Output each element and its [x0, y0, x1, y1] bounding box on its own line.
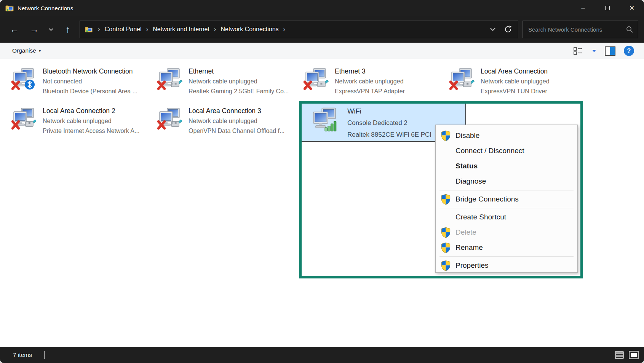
network-connections-app-icon: [5, 4, 14, 12]
connection-device: Realtek 8852CE WiFi 6E PCI: [347, 129, 431, 141]
context-menu-item[interactable]: Bridge Connections: [436, 192, 577, 207]
help-question-icon: ?: [627, 48, 631, 54]
selection-edge-line: [465, 104, 466, 125]
uac-shield-icon: [441, 260, 451, 271]
window-title: Network Connections: [18, 5, 73, 11]
network-adapter-icon: [449, 68, 475, 91]
context-menu-item[interactable]: Create Shortcut: [436, 209, 577, 225]
close-button[interactable]: ✕: [620, 0, 644, 16]
caret-down-icon: ▾: [39, 49, 41, 53]
view-options-caret-icon[interactable]: [592, 50, 596, 53]
context-menu-item[interactable]: Diagnose: [436, 174, 577, 189]
network-connections-window: Network Connections – ✕ ← → ↑ › Control: [0, 0, 644, 363]
connection-status: Network cable unplugged: [481, 77, 550, 86]
network-adapter-icon: [11, 107, 37, 130]
address-dropdown-chevron-icon[interactable]: [490, 27, 496, 31]
context-menu-item-label: Properties: [455, 261, 489, 270]
network-adapter-icon: [157, 68, 182, 91]
breadcrumb-chevron-icon: ›: [211, 26, 219, 33]
ethernet-plug-icon: [171, 120, 182, 126]
connection-tile[interactable]: Bluetooth Network Connection Not connect…: [11, 66, 153, 104]
breadcrumb-chevron-icon: ›: [95, 26, 103, 33]
breadcrumb-network-connections[interactable]: Network Connections: [221, 26, 279, 33]
address-bar[interactable]: › Control Panel › Network and Internet ›…: [80, 21, 518, 38]
context-menu-item-label: Delete: [455, 228, 476, 237]
context-menu-item[interactable]: Rename: [436, 240, 577, 255]
connection-status: Not connected: [43, 77, 137, 86]
status-bar: 7 items: [0, 347, 644, 363]
organise-label: Organise: [12, 47, 36, 54]
details-view-icon[interactable]: [614, 351, 624, 359]
ethernet-plug-icon: [318, 80, 329, 87]
help-button[interactable]: ?: [624, 46, 634, 56]
context-menu-item[interactable]: Connect / Disconnect: [436, 143, 577, 158]
connection-name: Local Area Connection: [481, 66, 550, 77]
connection-tile[interactable]: Ethernet 3 Network cable unplugged Expre…: [304, 66, 445, 104]
breadcrumb-control-panel[interactable]: Control Panel: [105, 26, 142, 33]
breadcrumb-network-and-internet[interactable]: Network and Internet: [153, 26, 209, 33]
selection-edge-line: [302, 141, 435, 142]
ethernet-plug-icon: [171, 80, 182, 87]
connection-status: Network cable unplugged: [335, 77, 405, 86]
breadcrumb-chevron-icon: ›: [143, 26, 152, 33]
menu-separator: [439, 208, 574, 208]
statusbar-divider: [44, 351, 45, 359]
preview-pane-icon[interactable]: [605, 46, 615, 56]
title-bar: Network Connections – ✕: [0, 0, 644, 16]
context-menu-item[interactable]: Properties: [436, 258, 577, 273]
up-button[interactable]: ↑: [59, 21, 76, 38]
forward-button[interactable]: →: [26, 21, 43, 38]
context-menu-item-label: Diagnose: [455, 177, 486, 185]
context-menu-item-label: Connect / Disconnect: [455, 147, 524, 155]
context-menu-item[interactable]: Disable: [436, 128, 577, 143]
view-options-icon[interactable]: [574, 47, 583, 55]
context-menu-item-label: Disable: [455, 131, 479, 140]
context-menu: Disable Connect / Disconnect Status: [435, 125, 578, 273]
maximize-icon: [605, 6, 610, 10]
connection-device: Bluetooth Device (Personal Area ...: [43, 86, 137, 96]
context-menu-item-label: Rename: [455, 243, 483, 252]
connection-name: Local Area Connection 2: [43, 106, 139, 116]
connection-device: ExpressVPN TUN Driver: [481, 86, 550, 96]
connection-tile[interactable]: Local Area Connection 2 Network cable un…: [11, 105, 153, 143]
computer-pair-icon: [11, 107, 37, 130]
recent-locations-chevron[interactable]: [46, 21, 56, 38]
computer-pair-icon: [11, 68, 37, 91]
connection-status: Console Dedicated 2: [347, 117, 431, 129]
maximize-button[interactable]: [595, 0, 620, 16]
context-menu-item: Delete: [436, 225, 577, 240]
connections-list-panel: Bluetooth Network Connection Not connect…: [0, 59, 644, 347]
command-toolbar: Organise ▾ ?: [0, 43, 644, 59]
connection-device: OpenVPN Data Channel Offload f...: [189, 126, 284, 136]
search-icon: [626, 26, 633, 33]
thumbnail-view-icon[interactable]: [629, 351, 639, 359]
context-menu-item-label: Bridge Connections: [455, 195, 519, 203]
menu-separator: [439, 256, 574, 257]
connection-status: Network cable unplugged: [189, 77, 289, 86]
refresh-icon[interactable]: [503, 25, 513, 34]
uac-shield-icon: [441, 194, 451, 205]
uac-shield-icon: [441, 227, 451, 238]
uac-shield-icon: [441, 130, 451, 141]
connection-tile[interactable]: Ethernet Network cable unplugged Realtek…: [157, 66, 299, 104]
connection-tile[interactable]: Local Area Connection Network cable unpl…: [449, 66, 591, 104]
connection-device: ExpressVPN TAP Adapter: [335, 86, 405, 96]
wifi-adapter-icon: [311, 107, 339, 133]
uac-shield-icon: [441, 242, 451, 253]
back-button[interactable]: ←: [6, 21, 23, 38]
network-adapter-icon: [304, 68, 329, 91]
connection-name: Ethernet 3: [335, 66, 405, 77]
connection-name: Bluetooth Network Connection: [43, 66, 137, 77]
bluetooth-icon: [25, 80, 35, 90]
search-input[interactable]: [523, 26, 626, 33]
ethernet-plug-icon: [26, 120, 37, 126]
organise-menu-button[interactable]: Organise ▾: [12, 47, 41, 54]
connection-device: Realtek Gaming 2.5GbE Family Co...: [189, 86, 289, 96]
minimize-button[interactable]: –: [571, 0, 595, 16]
search-box[interactable]: [523, 21, 638, 38]
connection-tile[interactable]: Local Area Connection 3 Network cable un…: [157, 105, 299, 143]
context-menu-item-label: Create Shortcut: [455, 213, 506, 221]
context-menu-item[interactable]: Status: [436, 158, 577, 174]
network-adapter-icon: [157, 107, 182, 130]
items-count: 7 items: [13, 352, 32, 358]
